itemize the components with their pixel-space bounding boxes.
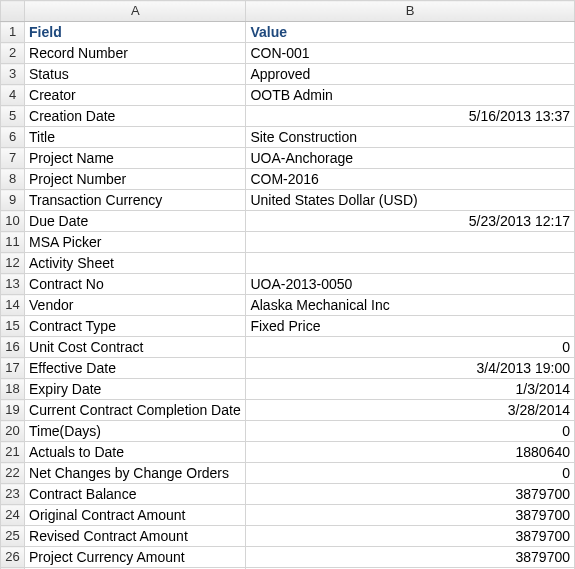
field-cell[interactable]: Record Number bbox=[25, 43, 246, 64]
field-cell[interactable]: Title bbox=[25, 127, 246, 148]
field-cell[interactable]: Project Currency Amount bbox=[25, 547, 246, 568]
value-cell[interactable]: 3/28/2014 bbox=[246, 400, 575, 421]
field-cell[interactable]: Unit Cost Contract bbox=[25, 337, 246, 358]
field-cell[interactable]: Original Contract Amount bbox=[25, 505, 246, 526]
field-cell[interactable]: MSA Picker bbox=[25, 232, 246, 253]
field-cell[interactable]: Effective Date bbox=[25, 358, 246, 379]
field-cell[interactable]: Project Name bbox=[25, 148, 246, 169]
data-row: 9Transaction CurrencyUnited States Dolla… bbox=[1, 190, 575, 211]
value-cell[interactable]: Fixed Price bbox=[246, 316, 575, 337]
row-header[interactable]: 11 bbox=[1, 232, 25, 253]
field-cell[interactable]: Creation Date bbox=[25, 106, 246, 127]
value-cell[interactable]: 1880640 bbox=[246, 442, 575, 463]
value-cell[interactable] bbox=[246, 232, 575, 253]
value-cell[interactable]: UOA-2013-0050 bbox=[246, 274, 575, 295]
value-cell[interactable]: 0 bbox=[246, 421, 575, 442]
row-header[interactable]: 26 bbox=[1, 547, 25, 568]
field-cell[interactable]: Net Changes by Change Orders bbox=[25, 463, 246, 484]
row-header[interactable]: 22 bbox=[1, 463, 25, 484]
data-row: 6TitleSite Construction bbox=[1, 127, 575, 148]
column-header-B[interactable]: B bbox=[246, 1, 575, 22]
field-cell[interactable]: Current Contract Completion Date bbox=[25, 400, 246, 421]
row-header[interactable]: 14 bbox=[1, 295, 25, 316]
data-row: 5Creation Date5/16/2013 13:37 bbox=[1, 106, 575, 127]
value-cell[interactable]: Alaska Mechanical Inc bbox=[246, 295, 575, 316]
row-header[interactable]: 19 bbox=[1, 400, 25, 421]
row-header[interactable]: 16 bbox=[1, 337, 25, 358]
data-row: 12Activity Sheet bbox=[1, 253, 575, 274]
data-row: 20Time(Days)0 bbox=[1, 421, 575, 442]
row-header[interactable]: 8 bbox=[1, 169, 25, 190]
value-cell[interactable]: 3879700 bbox=[246, 547, 575, 568]
value-cell[interactable]: 5/16/2013 13:37 bbox=[246, 106, 575, 127]
row-header[interactable]: 18 bbox=[1, 379, 25, 400]
field-cell[interactable]: Activity Sheet bbox=[25, 253, 246, 274]
field-cell[interactable]: Creator bbox=[25, 85, 246, 106]
row-header[interactable]: 5 bbox=[1, 106, 25, 127]
field-header-cell[interactable]: Field bbox=[25, 22, 246, 43]
column-header-A[interactable]: A bbox=[25, 1, 246, 22]
data-row: 22Net Changes by Change Orders0 bbox=[1, 463, 575, 484]
field-cell[interactable]: Contract Type bbox=[25, 316, 246, 337]
row-header[interactable]: 2 bbox=[1, 43, 25, 64]
data-row: 14VendorAlaska Mechanical Inc bbox=[1, 295, 575, 316]
field-cell[interactable]: Contract No bbox=[25, 274, 246, 295]
field-cell[interactable]: Project Number bbox=[25, 169, 246, 190]
field-cell[interactable]: Expiry Date bbox=[25, 379, 246, 400]
row-header[interactable]: 17 bbox=[1, 358, 25, 379]
row-header[interactable]: 12 bbox=[1, 253, 25, 274]
field-cell[interactable]: Status bbox=[25, 64, 246, 85]
data-row: 10Due Date5/23/2013 12:17 bbox=[1, 211, 575, 232]
value-cell[interactable]: OOTB Admin bbox=[246, 85, 575, 106]
data-row: 7Project NameUOA-Anchorage bbox=[1, 148, 575, 169]
value-cell[interactable]: 3879700 bbox=[246, 505, 575, 526]
value-cell[interactable]: 3/4/2013 19:00 bbox=[246, 358, 575, 379]
row-header[interactable]: 10 bbox=[1, 211, 25, 232]
value-cell[interactable]: 1/3/2014 bbox=[246, 379, 575, 400]
field-cell[interactable]: Actuals to Date bbox=[25, 442, 246, 463]
value-cell[interactable]: 5/23/2013 12:17 bbox=[246, 211, 575, 232]
row-header[interactable]: 1 bbox=[1, 22, 25, 43]
row-header[interactable]: 23 bbox=[1, 484, 25, 505]
value-cell[interactable]: 3879700 bbox=[246, 484, 575, 505]
value-cell[interactable]: CON-001 bbox=[246, 43, 575, 64]
field-cell[interactable]: Due Date bbox=[25, 211, 246, 232]
field-cell[interactable]: Vendor bbox=[25, 295, 246, 316]
data-row: 16Unit Cost Contract0 bbox=[1, 337, 575, 358]
header-row: 1FieldValue bbox=[1, 22, 575, 43]
field-cell[interactable]: Transaction Currency bbox=[25, 190, 246, 211]
column-header-row: A B bbox=[1, 1, 575, 22]
row-header[interactable]: 6 bbox=[1, 127, 25, 148]
value-cell[interactable]: 3879700 bbox=[246, 526, 575, 547]
select-all-corner[interactable] bbox=[1, 1, 25, 22]
row-header[interactable]: 9 bbox=[1, 190, 25, 211]
row-header[interactable]: 20 bbox=[1, 421, 25, 442]
value-cell[interactable]: COM-2016 bbox=[246, 169, 575, 190]
data-row: 24Original Contract Amount3879700 bbox=[1, 505, 575, 526]
row-header[interactable]: 24 bbox=[1, 505, 25, 526]
row-header[interactable]: 13 bbox=[1, 274, 25, 295]
field-cell[interactable]: Time(Days) bbox=[25, 421, 246, 442]
row-header[interactable]: 15 bbox=[1, 316, 25, 337]
row-header[interactable]: 3 bbox=[1, 64, 25, 85]
value-cell[interactable]: 0 bbox=[246, 463, 575, 484]
data-row: 19Current Contract Completion Date3/28/2… bbox=[1, 400, 575, 421]
value-cell[interactable]: UOA-Anchorage bbox=[246, 148, 575, 169]
field-cell[interactable]: Revised Contract Amount bbox=[25, 526, 246, 547]
row-header[interactable]: 21 bbox=[1, 442, 25, 463]
data-row: 4CreatorOOTB Admin bbox=[1, 85, 575, 106]
value-cell[interactable]: Site Construction bbox=[246, 127, 575, 148]
row-header[interactable]: 7 bbox=[1, 148, 25, 169]
row-header[interactable]: 25 bbox=[1, 526, 25, 547]
value-cell[interactable]: 0 bbox=[246, 337, 575, 358]
value-cell[interactable]: Approved bbox=[246, 64, 575, 85]
data-row: 23Contract Balance3879700 bbox=[1, 484, 575, 505]
spreadsheet-grid[interactable]: A B 1FieldValue2Record NumberCON-0013Sta… bbox=[0, 0, 575, 569]
value-header-cell[interactable]: Value bbox=[246, 22, 575, 43]
data-row: 18Expiry Date1/3/2014 bbox=[1, 379, 575, 400]
field-cell[interactable]: Contract Balance bbox=[25, 484, 246, 505]
value-cell[interactable] bbox=[246, 253, 575, 274]
row-header[interactable]: 4 bbox=[1, 85, 25, 106]
value-cell[interactable]: United States Dollar (USD) bbox=[246, 190, 575, 211]
data-row: 3StatusApproved bbox=[1, 64, 575, 85]
